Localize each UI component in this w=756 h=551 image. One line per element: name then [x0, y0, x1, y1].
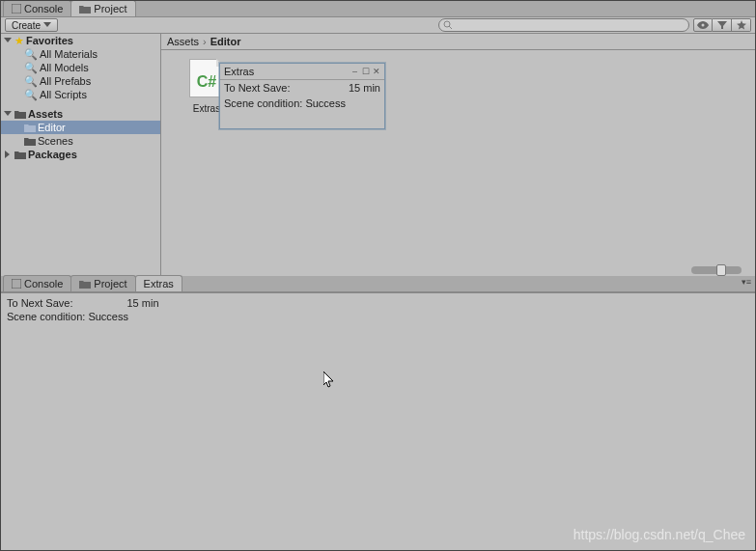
triangle-down-icon: [4, 110, 12, 118]
fav-all-materials[interactable]: 🔍All Materials: [1, 47, 160, 61]
popup-titlebar[interactable]: Extras – ☐ ✕: [220, 64, 384, 80]
search-input[interactable]: [438, 18, 689, 32]
folder-icon: [14, 150, 26, 159]
folder-icon: [79, 279, 91, 289]
fav-all-scripts[interactable]: 🔍All Scripts: [1, 88, 160, 101]
popup-row-save: To Next Save: 15 min: [220, 80, 384, 96]
triangle-right-icon: [4, 151, 12, 158]
breadcrumb-current[interactable]: Editor: [210, 36, 241, 47]
toolbar-right-icons: [693, 18, 751, 32]
popup-min-icon[interactable]: –: [350, 68, 359, 76]
project-toolbar: Create: [1, 17, 755, 34]
packages-header[interactable]: Packages: [1, 148, 160, 161]
favorites-header[interactable]: ★ Favorites: [1, 34, 160, 47]
bottom-console-label: Console: [24, 278, 63, 289]
bottom-extras-label: Extras: [144, 278, 174, 289]
filter-button[interactable]: [713, 18, 732, 32]
svg-rect-4: [12, 279, 21, 289]
folder-icon: [24, 136, 36, 146]
svg-line-2: [449, 26, 452, 29]
grid-size-slider[interactable]: [691, 266, 742, 274]
fav-label: All Prefabs: [40, 75, 91, 87]
svg-rect-0: [12, 4, 21, 14]
bottom-tab-bar: Console Project Extras ▾≡: [1, 276, 755, 292]
popup-save-value: 15 min: [349, 82, 380, 94]
search-fav-icon: 🔍: [24, 62, 38, 74]
star-icon: ★: [14, 35, 24, 47]
filter-icon: [717, 21, 727, 29]
svg-point-3: [702, 24, 705, 27]
watermark-text: https://blog.csdn.net/q_Chee: [574, 527, 745, 542]
folder-icon: [79, 4, 91, 14]
create-label: Create: [12, 20, 41, 31]
info-row-save: To Next Save: 15 min: [7, 297, 749, 309]
breadcrumb: Assets › Editor: [161, 34, 755, 50]
bottom-tab-console[interactable]: Console: [3, 275, 71, 291]
info-scene-label: Scene condition: Success: [7, 311, 128, 322]
assets-item-label: Editor: [38, 122, 66, 133]
info-row-scene: Scene condition: Success: [7, 311, 749, 322]
breadcrumb-root[interactable]: Assets: [167, 36, 199, 47]
popup-save-label: To Next Save:: [224, 82, 290, 94]
search-icon: [443, 20, 453, 30]
extras-popup[interactable]: Extras – ☐ ✕ To Next Save: 15 min Scene …: [219, 63, 385, 129]
fav-label: All Scripts: [40, 89, 87, 100]
project-main: ★ Favorites 🔍All Materials 🔍All Models 🔍…: [1, 34, 755, 276]
popup-row-scene: Scene condition: Success: [220, 96, 384, 111]
triangle-down-icon: [4, 37, 12, 44]
search-fav-icon: 🔍: [24, 89, 38, 101]
csharp-badge: C#: [190, 73, 223, 91]
assets-scenes[interactable]: Scenes: [1, 134, 160, 148]
tab-console-label: Console: [24, 3, 63, 14]
assets-header[interactable]: Assets: [1, 107, 160, 121]
favorites-label: Favorites: [26, 35, 73, 46]
fav-all-models[interactable]: 🔍All Models: [1, 61, 160, 74]
fav-all-prefabs[interactable]: 🔍All Prefabs: [1, 74, 160, 88]
popup-title-label: Extras: [224, 66, 254, 77]
cursor-icon: [323, 372, 337, 389]
bottom-tab-extras[interactable]: Extras: [135, 275, 182, 291]
console-icon: [12, 4, 21, 14]
eye-icon: [697, 21, 709, 29]
chevron-right-icon: ›: [203, 36, 207, 47]
console-icon: [12, 279, 21, 289]
tab-project[interactable]: Project: [70, 0, 135, 16]
assets-item-label: Scenes: [38, 135, 73, 147]
tab-options-icon[interactable]: ▾≡: [742, 277, 751, 287]
chevron-down-icon: [43, 22, 51, 28]
popup-max-icon[interactable]: ☐: [361, 68, 370, 76]
tab-console[interactable]: Console: [3, 0, 71, 16]
star-icon: [737, 20, 746, 30]
tab-project-label: Project: [94, 3, 126, 14]
top-tab-bar: Console Project: [1, 1, 755, 17]
search-fav-icon: 🔍: [24, 48, 38, 61]
assets-editor[interactable]: Editor: [1, 121, 160, 134]
info-save-value: 15 min: [126, 297, 158, 309]
fav-label: All Materials: [40, 48, 98, 60]
info-save-label: To Next Save:: [7, 297, 72, 309]
project-sidebar: ★ Favorites 🔍All Materials 🔍All Models 🔍…: [1, 34, 161, 276]
project-content: Assets › Editor C# Extras Extras – ☐ ✕ T…: [161, 34, 755, 276]
favorite-button[interactable]: [732, 18, 751, 32]
packages-label: Packages: [28, 149, 77, 160]
slider-thumb[interactable]: [716, 264, 726, 276]
popup-scene-label: Scene condition: Success: [224, 97, 346, 109]
extras-panel: To Next Save: 15 min Scene condition: Su…: [1, 292, 755, 548]
folder-icon: [14, 109, 26, 119]
create-button[interactable]: Create: [5, 18, 58, 32]
hidden-packages-button[interactable]: [693, 18, 713, 32]
popup-close-icon[interactable]: ✕: [372, 68, 380, 76]
assets-label: Assets: [28, 108, 63, 120]
bottom-tab-project[interactable]: Project: [70, 275, 135, 291]
folder-icon: [24, 123, 36, 132]
search-fav-icon: 🔍: [24, 75, 38, 88]
fav-label: All Models: [40, 62, 89, 73]
bottom-project-label: Project: [94, 278, 126, 289]
